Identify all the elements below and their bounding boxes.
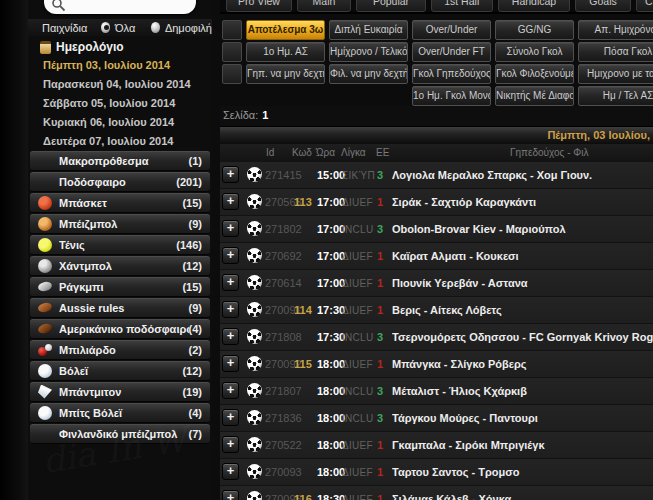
expand-plus-button[interactable]: +	[222, 301, 239, 318]
match-time: 15:00	[317, 169, 345, 181]
match-row[interactable]: + 270093 18:00 ΔΙUEF 1 Ταρτου Σαντος - Τ…	[220, 459, 653, 486]
expand-plus-button[interactable]: +	[222, 490, 239, 500]
market-filter-panel: Αποτέλεσμα 3ωΔιπλή ΕυκαιρίαOver/UnderGG/…	[220, 14, 653, 106]
match-league: INCLU	[342, 413, 374, 424]
match-row[interactable]: + 271415 15:00 ΣΙΚΎΠ 3 Λογιολα Μεραλκο Σ…	[220, 162, 653, 189]
page-number[interactable]: 1	[262, 109, 268, 121]
match-ee-count: 3	[377, 412, 383, 424]
sidebar-sport-item[interactable]: Ράγκμπι (15)	[30, 277, 210, 297]
match-row[interactable]: + 270565 113 17:00 ΔΙUEF 1 Σιράκ - Σαχτι…	[220, 189, 653, 216]
search-input[interactable]	[44, 0, 196, 14]
expand-plus-button[interactable]: +	[222, 436, 239, 453]
search-icon	[51, 0, 66, 12]
match-time: 17:00	[317, 223, 345, 235]
match-row[interactable]: + 271836 18:00 INCLU 3 Τάργκου Μούρες - …	[220, 405, 653, 432]
sport-icon	[38, 427, 52, 441]
filter-button[interactable]: Γκολ Γηπεδούχος	[412, 64, 491, 84]
top-tab[interactable]: Pro View	[226, 0, 292, 12]
sidebar-sport-item[interactable]: Αμερικάνικο ποδόσφαιρο (4)	[30, 319, 210, 339]
match-row[interactable]: + 271802 17:00 INCLU 3 Obolon-Brovar Kie…	[220, 216, 653, 243]
sidebar-sport-item[interactable]: Μπάντμιτον (19)	[30, 382, 210, 402]
top-tab[interactable]: Handicap	[498, 0, 570, 12]
expand-plus-button[interactable]: +	[222, 274, 239, 291]
match-ee-count: 3	[377, 223, 383, 235]
match-row[interactable]: + 270095 116 18:30 ΔΙUEF 1 Σιλάμαε Κάλεβ…	[220, 486, 653, 500]
match-teams: Σιλάμαε Κάλεβ - Χόνκα	[392, 493, 653, 500]
expand-plus-button[interactable]: +	[222, 193, 239, 210]
filter-button[interactable]: Αποτέλεσμα 3ω	[246, 20, 325, 40]
match-time: 17:00	[317, 277, 345, 289]
filter-button[interactable]: Over/Under	[412, 20, 491, 40]
sidebar-sport-item[interactable]: Βόλεϊ (12)	[30, 361, 210, 381]
sidebar-sport-item[interactable]: Τένις (146)	[30, 235, 210, 255]
calendar-date[interactable]: Δευτέρα 07, Ιουλίου 2014	[28, 132, 212, 151]
filter-button[interactable]: GG/NG	[495, 20, 574, 40]
expand-plus-button[interactable]: +	[222, 355, 239, 372]
match-row[interactable]: + 270522 18:00 ΔΙUEF 1 Γκαμπαλα - Σιρόκι…	[220, 432, 653, 459]
filter-button[interactable]: Over/Under FT	[412, 42, 491, 62]
match-row[interactable]: + 271808 17:30 INCLU 3 Τσερνομόρετς Οδησ…	[220, 324, 653, 351]
match-id: 271807	[265, 385, 302, 397]
filter-button[interactable]: Ημιχρονο με τα πε	[578, 64, 653, 84]
filter-button[interactable]: Φιλ. να μην δεχτή ...	[329, 64, 408, 84]
filter-button[interactable]: Πόσα Γκολ	[578, 42, 653, 62]
top-tab[interactable]: C	[636, 0, 653, 12]
sport-icon	[38, 238, 52, 252]
top-tab[interactable]: Main	[297, 0, 351, 12]
sport-label: Χάντμπολ	[59, 260, 182, 272]
sidebar-sport-item[interactable]: Aussie rules (9)	[30, 298, 210, 318]
radio-all[interactable]	[101, 22, 110, 33]
filter-button[interactable]: 1ο Ημ. Γκολ Μονά...	[412, 86, 491, 106]
filter-stub	[222, 42, 242, 62]
sidebar-sport-item[interactable]: Μπάσκετ (15)	[30, 193, 210, 213]
calendar-date[interactable]: Σάββατο 05, Ιουλίου 2014	[28, 94, 212, 113]
sport-count: (15)	[182, 281, 202, 293]
expand-plus-button[interactable]: +	[222, 166, 239, 183]
calendar-date[interactable]: Κυριακή 06, Ιουλίου 2014	[28, 113, 212, 132]
sidebar-sport-item[interactable]: Μπέιζμπολ (9)	[30, 214, 210, 234]
calendar-date[interactable]: Παρασκευή 04, Ιουλίου 2014	[28, 75, 212, 94]
match-ee-count: 1	[377, 277, 383, 289]
filter-button[interactable]: Διπλή Ευκαιρία	[329, 20, 408, 40]
match-ee-count: 3	[377, 385, 383, 397]
filter-button[interactable]: Απ. Ημιχρόνου	[578, 20, 653, 40]
match-code: 114	[294, 304, 312, 316]
calendar-date[interactable]: Πέμπτη 03, Ιουλίου 2014	[28, 56, 212, 75]
filter-button[interactable]: 1ο Ημ. ΑΣ	[246, 42, 325, 62]
filter-button[interactable]: Ημ / Τελ ΑΣ	[578, 86, 653, 106]
expand-plus-button[interactable]: +	[222, 409, 239, 426]
match-row[interactable]: + 271807 18:00 INCLU 3 Μέταλιστ - Ήλιος …	[220, 378, 653, 405]
filter-button[interactable]: Ημίχρονο / Τελικό	[329, 42, 408, 62]
sidebar-sport-item[interactable]: Μπιλιάρδο (2)	[30, 340, 210, 360]
expand-plus-button[interactable]: +	[222, 220, 239, 237]
top-tab[interactable]: Popular	[356, 0, 426, 12]
soccer-ball-icon	[247, 275, 262, 290]
filter-button[interactable]: Γηπ. να μην δεχτή...	[246, 64, 325, 84]
soccer-ball-icon	[247, 464, 262, 479]
sidebar-sport-item[interactable]: Φινλανδικό μπέιζμπολ (7)	[30, 424, 210, 444]
sidebar-sport-item[interactable]: Μακροπρόθεσμα (1)	[30, 151, 210, 171]
filter-button[interactable]: Νικητής Μέ Διαφορά	[495, 86, 574, 106]
sidebar-sport-item[interactable]: Ποδόσφαιρο (201)	[30, 172, 210, 192]
match-row[interactable]: + 270614 17:00 ΔΙUEF 1 Πιουνίκ Υερεβάν -…	[220, 270, 653, 297]
match-teams: Πιουνίκ Υερεβάν - Αστανα	[392, 277, 653, 289]
match-row[interactable]: + 270091 114 17:30 ΔΙUEF 1 Βερις - Αίτεκ…	[220, 297, 653, 324]
match-row[interactable]: + 270692 17:00 ΔΙUEF 1 Καϊρατ Αλματι - Κ…	[220, 243, 653, 270]
radio-popular[interactable]	[151, 22, 160, 33]
sport-count: (4)	[189, 407, 202, 419]
match-id: 271836	[265, 412, 302, 424]
expand-plus-button[interactable]: +	[222, 247, 239, 264]
expand-plus-button[interactable]: +	[222, 463, 239, 480]
sidebar-sport-item[interactable]: Μπίτς Βόλεϊ (4)	[30, 403, 210, 423]
soccer-ball-icon	[247, 491, 262, 500]
expand-plus-button[interactable]: +	[222, 382, 239, 399]
top-tab[interactable]: 1st Half	[431, 0, 493, 12]
expand-plus-button[interactable]: +	[222, 328, 239, 345]
col-code: Κωδ	[292, 147, 312, 158]
match-row[interactable]: + 270092 115 18:00 ΔΙUEF 1 Μπάνγκα - Σλί…	[220, 351, 653, 378]
sidebar-sport-item[interactable]: Χάντμπολ (12)	[30, 256, 210, 276]
top-tab[interactable]: Goals	[575, 0, 631, 12]
filter-row: 1ο Ημ. Γκολ Μονά...Νικητής Μέ ΔιαφοράΗμ …	[222, 86, 653, 106]
filter-button[interactable]: Γκολ Φιλοξενούμενη	[495, 64, 574, 84]
filter-button[interactable]: Σύνολο Γκολ	[495, 42, 574, 62]
